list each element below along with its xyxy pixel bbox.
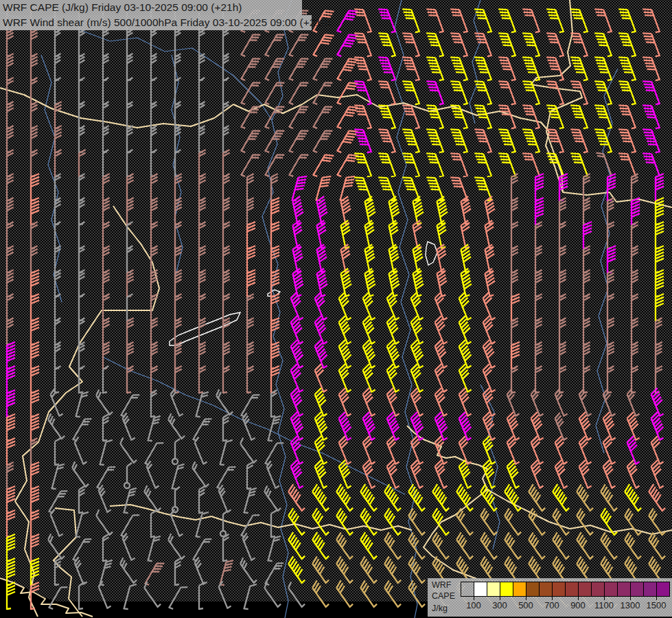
wind-barb: [632, 222, 638, 249]
wind-barb: [124, 463, 132, 488]
wind-barb: [382, 556, 404, 583]
wind-barb: [271, 198, 279, 225]
wind-barb: [7, 126, 14, 153]
wind-barb: [103, 174, 110, 201]
wind-barb: [602, 436, 620, 465]
wind-barb: [656, 198, 664, 225]
wind-barb: [172, 487, 180, 512]
wind-barb: [290, 412, 308, 441]
wind-barb: [118, 558, 139, 584]
wind-barb: [175, 174, 182, 201]
wind-barb: [354, 150, 371, 179]
wind-barb: [502, 484, 525, 512]
wind-barb: [313, 80, 332, 106]
wind-barb: [406, 508, 428, 535]
legend-color-box: [500, 582, 513, 597]
wind-barb: [522, 54, 540, 83]
wind-barb: [55, 270, 60, 297]
wind-barb: [656, 270, 664, 297]
wind-barb: [334, 532, 356, 559]
river-line: [172, 55, 183, 275]
wind-barb: [337, 8, 358, 36]
wind-barb: [196, 511, 208, 539]
legend-color-box: [552, 582, 566, 597]
legend-model-label: WRF: [432, 580, 451, 590]
wind-barb: [223, 534, 229, 562]
wind-barb: [314, 340, 332, 369]
wind-barb: [546, 54, 564, 83]
wind-barb: [265, 560, 283, 587]
wind-barb: [271, 342, 279, 369]
wind-barb: [121, 413, 137, 440]
wind-barb: [223, 414, 229, 442]
wind-barb: [199, 366, 206, 393]
wind-barb: [199, 78, 205, 105]
wind-barb: [314, 388, 332, 417]
wind-barb: [31, 270, 39, 297]
wind-barb: [7, 102, 14, 129]
wind-barb: [618, 102, 636, 131]
wind-barb: [55, 150, 62, 177]
wind-barb: [103, 294, 110, 321]
wind-barb: [271, 366, 279, 393]
wind-barb: [642, 102, 660, 131]
wind-barb: [289, 128, 308, 154]
wind-barb: [410, 340, 428, 369]
wind-barb: [632, 318, 638, 345]
wind-barb: [127, 222, 132, 249]
wind-barb: [151, 78, 157, 105]
wind-barb: [522, 150, 540, 179]
wind-barb: [337, 80, 358, 108]
wind-barb: [238, 558, 259, 584]
wind-barb: [410, 364, 428, 393]
wind-barb: [642, 30, 660, 59]
wind-barb: [632, 246, 638, 273]
wind-barb: [583, 174, 590, 201]
wind-barb: [148, 415, 160, 443]
wind-barb: [31, 414, 39, 442]
wind-barb: [175, 342, 182, 369]
wind-barb: [7, 486, 15, 514]
wind-barb: [199, 198, 206, 225]
wind-barb: [151, 174, 158, 201]
wind-barb: [618, 126, 636, 155]
wind-barb: [607, 174, 616, 201]
wind-barb: [354, 54, 371, 83]
wind-barb: [242, 533, 257, 560]
wind-barb: [7, 366, 15, 393]
wind-barb: [286, 556, 309, 584]
wind-barb: [426, 6, 443, 35]
wind-barb: [292, 268, 305, 297]
wind-barb: [55, 174, 60, 201]
wind-barb: [632, 294, 638, 321]
wind-barb: [170, 509, 185, 536]
wind-barb: [338, 412, 356, 441]
wind-barb: [412, 268, 426, 297]
wind-barb: [388, 268, 402, 297]
wind-barb: [7, 198, 14, 225]
wind-barb: [338, 340, 356, 369]
wind-barb: [199, 102, 205, 129]
wind-barb: [313, 152, 334, 180]
wind-barb: [578, 436, 596, 465]
wind-barb: [103, 126, 108, 153]
wind-barb: [223, 318, 230, 345]
wind-barb: [199, 126, 205, 153]
wind-barb: [55, 78, 60, 105]
wind-barb: [575, 484, 596, 511]
wind-barb: [103, 54, 108, 81]
wind-barb: [118, 437, 139, 464]
wind-barb: [358, 556, 380, 583]
wind-barb: [340, 174, 355, 203]
wind-barb: [498, 30, 515, 59]
legend-color-box: [539, 582, 553, 597]
wind-barb: [458, 436, 476, 465]
wind-barb: [55, 246, 60, 273]
wind-barb: [583, 270, 590, 297]
wind-barb: [575, 508, 596, 535]
wind-barb: [314, 364, 332, 393]
wind-barb: [434, 364, 452, 393]
wind-barb: [498, 78, 515, 107]
wind-barb: [511, 222, 518, 249]
wind-barb: [166, 534, 187, 560]
